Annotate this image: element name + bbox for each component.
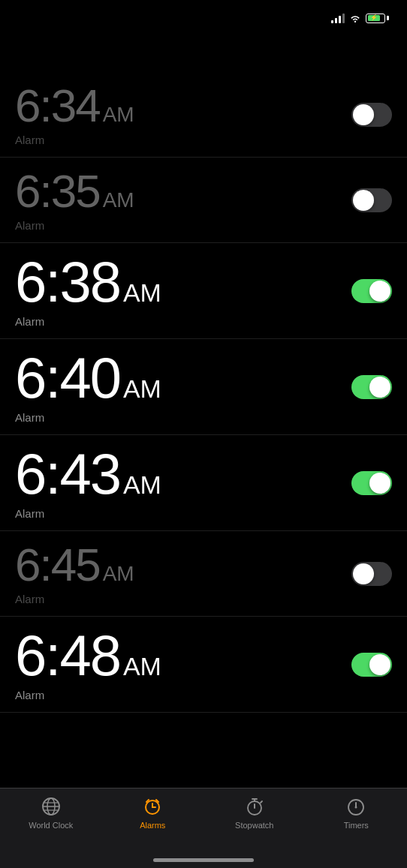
timers-label: Timers: [344, 821, 369, 830]
svg-point-17: [355, 806, 357, 809]
alarm-time: 6:48 AM: [15, 627, 161, 684]
home-indicator: [153, 858, 254, 862]
alarm-item: 6:43 AM Alarm: [0, 435, 407, 531]
signal-icon: [331, 13, 345, 23]
alarm-time-value: 6:35: [15, 168, 100, 215]
alarm-info: 6:35 AM Alarm: [15, 168, 134, 232]
alarm-item: 6:35 AM Alarm: [0, 158, 407, 243]
alarm-time: 6:38 AM: [15, 254, 161, 311]
toggle-knob: [369, 281, 390, 302]
alarm-label: Alarm: [15, 315, 161, 328]
tab-bar: World Clock Alarms Stopwatch Timers: [0, 788, 407, 868]
status-icons: ⚡: [331, 13, 389, 23]
world-clock-icon: [41, 796, 62, 817]
tab-world-clock[interactable]: World Clock: [0, 796, 102, 830]
alarm-ampm: AM: [123, 653, 161, 679]
alarm-time: 6:34 AM: [15, 83, 134, 129]
alarm-toggle[interactable]: [351, 562, 392, 586]
nav-bar: [0, 33, 407, 72]
alarm-ampm: AM: [103, 563, 134, 584]
alarm-label: Alarm: [15, 689, 161, 701]
alarm-time: 6:45 AM: [15, 542, 134, 588]
stopwatch-label: Stopwatch: [235, 821, 273, 830]
tab-timers[interactable]: Timers: [306, 796, 408, 830]
alarm-time-value: 6:48: [15, 627, 120, 684]
alarm-time-value: 6:45: [15, 542, 100, 588]
toggle-knob: [369, 473, 390, 494]
alarm-info: 6:45 AM Alarm: [15, 542, 134, 605]
battery-icon: ⚡: [366, 14, 389, 23]
alarm-time: 6:35 AM: [15, 168, 134, 215]
alarm-time: 6:40 AM: [15, 350, 161, 407]
alarm-toggle[interactable]: [351, 279, 392, 303]
alarm-item: 6:48 AM Alarm: [0, 617, 407, 713]
alarm-time-value: 6:43: [15, 446, 120, 503]
alarm-info: 6:40 AM Alarm: [15, 350, 161, 424]
toggle-knob: [369, 377, 390, 398]
alarm-toggle[interactable]: [351, 103, 392, 127]
alarm-label: Alarm: [15, 507, 161, 520]
world-clock-label: World Clock: [29, 821, 73, 830]
alarm-label: Alarm: [15, 411, 161, 424]
timers-icon: [345, 796, 366, 817]
toggle-knob: [353, 563, 374, 584]
alarm-toggle[interactable]: [351, 471, 392, 495]
alarm-ampm: AM: [103, 190, 134, 211]
alarm-ampm: AM: [123, 472, 161, 497]
alarm-info: 6:38 AM Alarm: [15, 254, 161, 328]
alarm-ampm: AM: [103, 104, 134, 125]
alarm-label: Alarm: [15, 593, 134, 605]
tab-alarms[interactable]: Alarms: [102, 796, 204, 830]
alarms-icon: [142, 796, 163, 817]
toggle-knob: [353, 104, 374, 125]
alarm-toggle[interactable]: [351, 653, 392, 677]
alarm-time-value: 6:40: [15, 350, 120, 407]
alarm-label: Alarm: [15, 134, 134, 146]
alarm-item: 6:40 AM Alarm: [0, 339, 407, 435]
alarm-item: 6:45 AM Alarm: [0, 531, 407, 617]
tab-stopwatch[interactable]: Stopwatch: [204, 796, 306, 830]
alarm-label: Alarm: [15, 219, 134, 232]
toggle-knob: [353, 190, 374, 211]
alarms-list: 6:34 AM Alarm 6:35 AM Alarm 6:38 AM Alar…: [0, 72, 407, 788]
alarm-time-value: 6:38: [15, 254, 120, 311]
wifi-icon: [349, 14, 361, 23]
alarm-time: 6:43 AM: [15, 446, 161, 503]
toggle-knob: [369, 654, 390, 675]
alarms-label: Alarms: [140, 821, 165, 830]
alarm-info: 6:43 AM Alarm: [15, 446, 161, 520]
alarm-ampm: AM: [123, 376, 161, 401]
status-bar: ⚡: [0, 0, 407, 33]
alarm-item: 6:38 AM Alarm: [0, 243, 407, 339]
alarm-ampm: AM: [123, 280, 161, 305]
svg-line-14: [261, 801, 262, 803]
alarm-info: 6:34 AM Alarm: [15, 83, 134, 146]
alarm-item: 6:34 AM Alarm: [0, 72, 407, 158]
alarm-toggle[interactable]: [351, 188, 392, 212]
alarm-info: 6:48 AM Alarm: [15, 627, 161, 701]
alarm-toggle[interactable]: [351, 375, 392, 399]
alarm-time-value: 6:34: [15, 83, 100, 129]
stopwatch-icon: [244, 796, 265, 817]
